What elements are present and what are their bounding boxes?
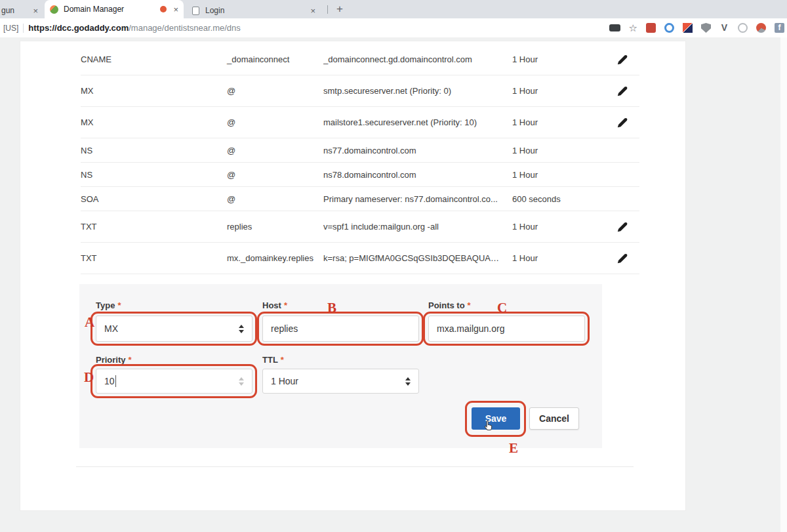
- screen-recorder-icon[interactable]: [609, 24, 620, 31]
- select-arrows-icon: [239, 325, 244, 333]
- tab-divider: [327, 5, 328, 14]
- table-row: TXT replies v=spf1 include:mailgun.org -…: [81, 211, 639, 243]
- extension-gray-ring-icon[interactable]: [738, 23, 748, 33]
- bookmark-star-icon[interactable]: ☆: [629, 23, 637, 33]
- record-ttl: 1 Hour: [512, 253, 611, 263]
- record-ttl: 1 Hour: [512, 170, 611, 180]
- host-input-value: replies: [271, 323, 298, 334]
- priority-label: Priority*: [96, 355, 132, 365]
- points-to-input[interactable]: mxa.mailgun.org: [428, 316, 585, 342]
- extension-tag-icon[interactable]: [646, 23, 656, 33]
- page-background: CNAME _domainconnect _domainconnect.gd.d…: [0, 37, 787, 532]
- edit-pencil-icon[interactable]: [616, 53, 629, 66]
- record-edit-form: Type* MX Host* replies Points to* mxa.ma…: [79, 284, 602, 448]
- priority-input[interactable]: 10: [96, 369, 252, 394]
- record-value: _domainconnect.gd.domaincontrol.com: [323, 54, 512, 64]
- dns-management-card: CNAME _domainconnect _domainconnect.gd.d…: [20, 41, 686, 511]
- record-name: @: [227, 146, 323, 155]
- address-separator: [23, 24, 24, 33]
- annotation-letter-a: A: [85, 314, 94, 331]
- record-type: MX: [81, 86, 227, 96]
- record-value: v=spf1 include:mailgun.org -all: [323, 222, 512, 232]
- record-name: @: [227, 117, 323, 127]
- record-ttl: 600 seconds: [512, 194, 611, 204]
- required-asterisk: *: [284, 300, 287, 310]
- record-type: SOA: [81, 194, 227, 204]
- required-asterisk: *: [117, 300, 121, 310]
- host-input[interactable]: replies: [262, 316, 419, 342]
- save-button[interactable]: Save: [472, 407, 520, 430]
- extension-v-icon[interactable]: V: [719, 23, 729, 33]
- card-divider: [76, 466, 634, 467]
- record-value: ns78.domaincontrol.com: [323, 170, 512, 180]
- type-select[interactable]: MX: [96, 316, 252, 342]
- ttl-select-value: 1 Hour: [271, 376, 298, 386]
- record-name: @: [227, 86, 323, 96]
- edit-pencil-icon[interactable]: [616, 252, 629, 265]
- tab-domain-manager[interactable]: Domain Manager ×: [45, 0, 184, 18]
- table-row: MX @ smtp.secureserver.net (Priority: 0)…: [81, 75, 639, 107]
- table-row: SOA @ Primary nameserver: ns77.domaincon…: [81, 187, 639, 211]
- toolbar-icons: ☆ V f: [609, 23, 787, 33]
- new-tab-button[interactable]: +: [332, 1, 348, 17]
- record-value: ns77.domaincontrol.com: [323, 146, 512, 155]
- ttl-select[interactable]: 1 Hour: [262, 369, 419, 394]
- type-label: Type*: [96, 300, 121, 310]
- extension-shield-icon[interactable]: [701, 23, 711, 33]
- page-scrollbar[interactable]: [780, 37, 787, 532]
- extension-blue-ring-icon[interactable]: [664, 23, 674, 33]
- record-name: _domainconnect: [227, 54, 323, 64]
- record-name: replies: [227, 222, 323, 232]
- table-row: MX @ mailstore1.secureserver.net (Priori…: [81, 107, 639, 138]
- close-icon[interactable]: ×: [173, 5, 178, 14]
- ttl-label: TTL*: [262, 355, 284, 365]
- extension-diagonal-icon[interactable]: [683, 23, 693, 33]
- points-to-input-value: mxa.mailgun.org: [437, 323, 505, 334]
- record-ttl: 1 Hour: [512, 117, 611, 127]
- close-icon[interactable]: ×: [33, 7, 38, 15]
- close-icon[interactable]: ×: [310, 7, 315, 15]
- record-value: smtp.secureserver.net (Priority: 0): [323, 86, 512, 96]
- address-toolbar: [US] https://dcc.godaddy.com/manage/dent…: [0, 18, 787, 37]
- host-label: Host*: [262, 300, 287, 310]
- record-ttl: 1 Hour: [512, 86, 611, 96]
- record-value: k=rsa; p=MIGfMA0GCSqGSIb3DQEBAQUAA...: [323, 253, 512, 263]
- annotation-letter-d: D: [84, 369, 94, 386]
- url-domain: https://dcc.godaddy.com: [28, 23, 129, 33]
- region-indicator: [US]: [3, 24, 18, 33]
- table-row: NS @ ns77.domaincontrol.com 1 Hour: [81, 138, 639, 163]
- record-ttl: 1 Hour: [512, 222, 611, 232]
- edit-pencil-icon[interactable]: [616, 116, 629, 129]
- table-row: TXT mx._domainkey.replies k=rsa; p=MIGfM…: [81, 243, 639, 274]
- tab-strip: gun × Domain Manager × Login × +: [0, 0, 787, 18]
- tab-partial-mailgun[interactable]: gun ×: [0, 3, 43, 18]
- number-spinner-icon[interactable]: [239, 377, 244, 386]
- annotation-letter-e: E: [509, 440, 518, 457]
- address-url[interactable]: https://dcc.godaddy.com/manage/dentistsn…: [28, 23, 240, 33]
- priority-input-value: 10: [104, 376, 115, 386]
- recording-dot-icon: [160, 6, 167, 12]
- cancel-button[interactable]: Cancel: [529, 407, 579, 430]
- godaddy-favicon: [50, 5, 58, 14]
- tab-label: gun: [1, 6, 14, 15]
- record-value: mailstore1.secureserver.net (Priority: 1…: [323, 117, 512, 127]
- edit-pencil-icon[interactable]: [616, 220, 629, 234]
- select-arrows-icon: [405, 377, 411, 386]
- table-row: CNAME _domainconnect _domainconnect.gd.d…: [81, 44, 639, 75]
- points-to-label: Points to*: [428, 300, 471, 310]
- extension-swirl-icon[interactable]: [756, 23, 766, 33]
- edit-pencil-icon[interactable]: [616, 85, 629, 98]
- url-path: /manage/dentistsnear.me/dns: [129, 23, 241, 33]
- record-type: TXT: [81, 253, 227, 263]
- tab-label: Domain Manager: [64, 5, 124, 14]
- record-name: mx._domainkey.replies: [227, 253, 323, 263]
- text-caret: [115, 375, 116, 387]
- required-asterisk: *: [129, 355, 132, 365]
- dns-records-table: CNAME _domainconnect _domainconnect.gd.d…: [20, 44, 685, 274]
- record-type: NS: [81, 146, 227, 155]
- tab-login[interactable]: Login ×: [187, 3, 326, 18]
- extension-facebook-icon[interactable]: f: [775, 23, 784, 33]
- document-favicon: [192, 7, 199, 15]
- record-type: NS: [81, 170, 227, 180]
- tab-label: Login: [205, 6, 224, 15]
